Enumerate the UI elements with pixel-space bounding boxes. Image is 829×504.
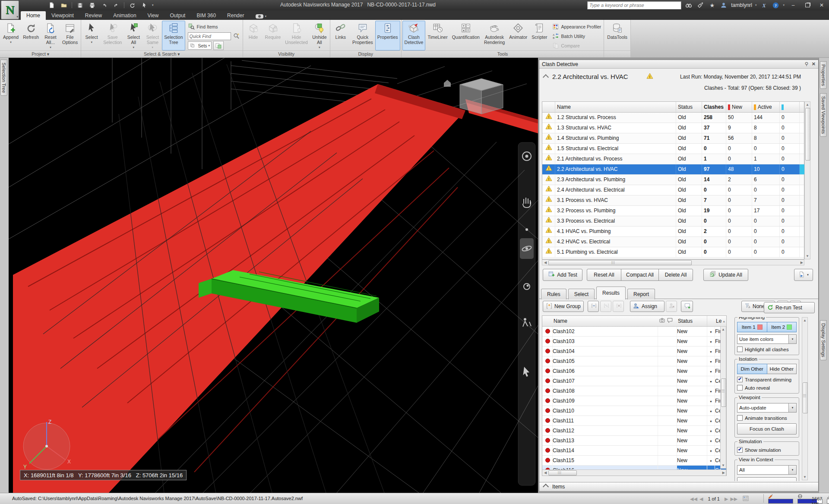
status-dropdown-caret-icon[interactable]: ▼ — [707, 396, 715, 406]
ribbon-button-quantification[interactable]: Quantification — [450, 21, 482, 50]
print-icon[interactable] — [88, 1, 96, 9]
sheet-browser-icon[interactable] — [742, 495, 749, 503]
ribbon-button-clash-detective[interactable]: Clash Detective — [402, 21, 426, 50]
view-button[interactable]: View — [737, 477, 797, 481]
ribbon-button-appearance-profiler[interactable]: Appearance Profiler — [552, 22, 601, 31]
group-selected-button[interactable] — [588, 301, 599, 312]
ribbon-button-file-options[interactable]: File Options — [60, 21, 80, 50]
status-dropdown-caret-icon[interactable]: ▼ — [707, 446, 715, 455]
results-vertical-scrollbar[interactable]: ▲ ||| ▼ — [720, 326, 726, 469]
undo-icon[interactable] — [100, 1, 108, 9]
ribbon-button-unhide-all[interactable]: Unhide All▾ — [310, 21, 329, 50]
hide-other-button[interactable]: Hide Other — [767, 364, 797, 374]
sidebar-vertical-scrollbar[interactable]: ▲ ||| ▼ — [802, 317, 808, 480]
test-row-2-3-architectural-vs-plumbing[interactable]: !2.3 Architectural vs. PlumbingOld14260 — [542, 175, 804, 185]
add-test-button[interactable]: Add Test — [543, 269, 582, 281]
clash-row-clash109[interactable]: Clash109New▼Fir — [542, 396, 726, 406]
clash-row-clash105[interactable]: Clash105New▼Fir — [542, 356, 726, 366]
dock-tab-properties[interactable]: Properties — [820, 61, 827, 89]
exchange-apps-icon[interactable]: X — [759, 1, 768, 9]
dim-other-button[interactable]: Dim Other — [737, 364, 767, 374]
status-dropdown-caret-icon[interactable]: ▼ — [707, 436, 715, 445]
rerun-test-button[interactable]: Re-run Test — [764, 302, 815, 313]
test-row-3-2-process-vs-plumbing[interactable]: !3.2 Process vs. PlumbingOld190170 — [542, 206, 804, 216]
test-row-2-1-architectural-vs-process[interactable]: !2.1 Architectural vs. ProcessOld1010 — [542, 154, 804, 164]
ribbon-tab-viewpoint[interactable]: Viewpoint — [46, 11, 79, 20]
clash-tab-results[interactable]: Results — [596, 287, 626, 299]
ribbon-button-batch-utility[interactable]: ABBatch Utility — [552, 32, 601, 40]
sets-dropdown[interactable]: Sets▾ — [188, 41, 212, 50]
panel-close-icon[interactable]: ✕ — [812, 61, 816, 67]
manage-sets-button[interactable] — [213, 41, 224, 50]
ribbon-tab-render[interactable]: Render — [221, 11, 250, 20]
help-icon[interactable]: ? — [771, 1, 780, 9]
clash-row-clash102[interactable]: Clash102New▼Fir — [542, 327, 726, 337]
status-dropdown-caret-icon[interactable]: ▼ — [707, 456, 715, 465]
clash-row-clash110[interactable]: Clash110New▼Ce — [542, 406, 726, 416]
ribbon-button-animator[interactable]: Animator — [507, 21, 529, 50]
ribbon-tab-view[interactable]: View — [142, 11, 165, 20]
select-cursor-icon[interactable] — [140, 1, 149, 9]
group-label-project[interactable]: Project ▾ — [0, 50, 81, 57]
update-all-button[interactable]: Update All — [703, 269, 748, 281]
status-dropdown-caret-icon[interactable]: ▼ — [707, 366, 715, 376]
status-dropdown-caret-icon[interactable]: ▼ — [707, 356, 715, 366]
item2-button[interactable]: Item 2 — [767, 322, 797, 332]
last-sheet-button[interactable]: ▶▶ — [730, 496, 737, 502]
new-file-icon[interactable] — [47, 1, 56, 9]
prev-sheet-button[interactable]: ◀ — [699, 496, 703, 502]
first-sheet-button[interactable]: ◀◀ — [690, 496, 697, 502]
ribbon-button-quick-properties[interactable]: Quick Properties — [350, 21, 375, 50]
clash-row-clash103[interactable]: Clash103New▼Fir — [542, 337, 726, 346]
tests-horizontal-scrollbar[interactable]: ◀ ||| ▶ — [542, 259, 804, 265]
clash-row-clash104[interactable]: Clash104New▼Fir — [542, 346, 726, 356]
status-dropdown-caret-icon[interactable]: ▼ — [707, 406, 715, 416]
ribbon-button-refresh[interactable]: Refresh — [21, 21, 41, 50]
import-export-dropdown-button[interactable]: ▾ — [794, 269, 813, 281]
clash-tab-report[interactable]: Report — [627, 289, 655, 299]
item1-button[interactable]: Item 1 — [737, 322, 767, 332]
help-menu-caret-icon[interactable]: ▾ — [783, 3, 785, 7]
clash-row-clash115[interactable]: Clash115New▼Ce — [542, 456, 726, 466]
ribbon-button-datatools[interactable]: DataTools — [605, 21, 630, 50]
focus-on-clash-button[interactable]: Focus on Clash — [737, 423, 797, 435]
quick-find-input[interactable] — [188, 32, 231, 40]
ribbon-tab-bim-360[interactable]: BIM 360 — [191, 11, 221, 20]
compact-all-button[interactable]: Compact All — [621, 269, 659, 281]
clash-row-clash111[interactable]: Clash111New▼Ce — [542, 416, 726, 426]
clash-tab-rules[interactable]: Rules — [541, 289, 566, 299]
ribbon-button-select-all[interactable]: Select All▾ — [124, 21, 143, 50]
application-menu-button[interactable]: N ▾ — [1, 0, 19, 19]
dock-tab-saved-viewpoints[interactable]: Saved Viewpoints — [820, 93, 827, 137]
status-dropdown-caret-icon[interactable]: ▼ — [707, 327, 715, 336]
test-row-1-2-structural-vs-process[interactable]: !1.2 Structural vs. ProcessOld258501440 — [542, 113, 804, 123]
assign-button[interactable]: Assign — [630, 301, 664, 312]
pin-icon[interactable]: ⚲ — [805, 61, 808, 67]
clash-tab-select[interactable]: Select — [568, 289, 595, 299]
save-icon[interactable] — [76, 1, 84, 9]
selection-tree-tab[interactable]: Selection Tree — [0, 60, 7, 96]
test-row-3-1-process-vs-hvac[interactable]: !3.1 Process vs. HVACOld7070 — [542, 195, 804, 206]
test-row-5-1-plumbing-vs-electrical[interactable]: !5.1 Plumbing vs. ElectricalOld0000 — [542, 247, 804, 258]
status-dropdown-caret-icon[interactable]: ▼ — [707, 416, 715, 425]
clash-row-clash114[interactable]: Clash114New▼Ce — [542, 446, 726, 456]
open-file-icon[interactable] — [60, 1, 68, 9]
test-row-2-4-architectural-vs-electrical[interactable]: !2.4 Architectural vs. ElectricalOld0000 — [542, 185, 804, 195]
viewpoint-mode-dropdown[interactable]: Auto-update▾ — [737, 403, 797, 413]
show-simulation-checkbox[interactable]: Show simulation — [737, 447, 797, 453]
auto-reveal-checkbox[interactable]: Auto reveal — [737, 385, 797, 391]
new-group-button[interactable]: New Group — [543, 301, 584, 312]
ribbon-button-append[interactable]: Append▾ — [1, 21, 21, 50]
ribbon-button-select[interactable]: Select▾ — [82, 21, 101, 50]
items-section-header[interactable]: Items — [539, 482, 818, 491]
test-row-1-4-structural-vs-plumbing[interactable]: !1.4 Structural vs. PlumbingOld715680 — [542, 133, 804, 144]
search-input[interactable] — [587, 1, 681, 9]
quick-find-search-icon[interactable] — [233, 32, 240, 40]
ribbon-button-timeliner[interactable]: TimeLiner — [425, 21, 449, 50]
close-button[interactable]: ✕ — [816, 1, 827, 9]
delete-all-button[interactable]: Delete All — [658, 269, 693, 281]
status-dropdown-caret-icon[interactable]: ▼ — [707, 337, 715, 346]
minimize-button[interactable]: – — [788, 1, 799, 9]
test-row-4-2-hvac-vs-electrical[interactable]: !4.2 HVAC vs. ElectricalOld0000 — [542, 237, 804, 247]
ribbon-button-reset-all[interactable]: Reset All...▾ — [41, 21, 60, 50]
